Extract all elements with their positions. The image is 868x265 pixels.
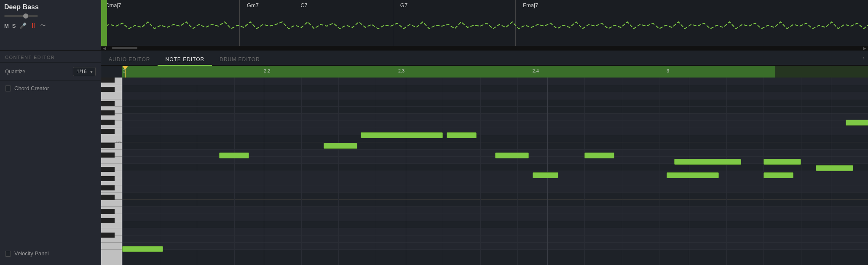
scrollbar-thumb[interactable]: [112, 47, 137, 49]
wave-icon[interactable]: 〜: [40, 22, 46, 29]
piano-c3-label: C3: [115, 140, 121, 144]
black-key-2[interactable]: [101, 87, 115, 92]
timeline-bar: 2 2.2 2.3 2.4 3: [122, 66, 868, 78]
record-icon[interactable]: 🎤: [19, 22, 27, 29]
note-12[interactable]: [764, 172, 793, 178]
quantize-label: Quantize: [5, 69, 69, 75]
track-name: Deep Bass: [4, 3, 96, 11]
note-5[interactable]: [495, 153, 529, 158]
note-7[interactable]: [674, 159, 741, 165]
waveform-svg: [101, 13, 868, 42]
black-key-4[interactable]: [101, 110, 115, 115]
timeline-marker-3: 3: [667, 68, 669, 73]
chord-label-fmaj7: Fmaj7: [523, 2, 538, 8]
black-key-15[interactable]: [101, 233, 115, 238]
scroll-left-arrow[interactable]: ◀: [101, 46, 108, 51]
black-key-14[interactable]: [101, 218, 115, 223]
black-key-10[interactable]: [101, 176, 115, 181]
timeline-marker-24: 2.4: [533, 68, 539, 73]
scroll-right-arrow[interactable]: ▶: [861, 46, 868, 51]
black-key-3[interactable]: [101, 101, 115, 106]
note-9[interactable]: [816, 165, 853, 171]
key-line-7: [101, 128, 122, 128]
track-controls: M S 🎤 ⏸ 〜: [4, 22, 96, 29]
chord-label-c7: C7: [300, 2, 308, 8]
note-3[interactable]: [324, 143, 357, 149]
velocity-panel-row: Velocity Panel: [0, 246, 54, 261]
note-2[interactable]: [447, 132, 477, 138]
chord-creator-row: Chord Creator: [0, 81, 101, 96]
note-8[interactable]: [764, 159, 801, 165]
tab-arrow-right-icon[interactable]: ›: [859, 54, 868, 61]
note-10[interactable]: [533, 172, 559, 178]
note-grid[interactable]: [122, 78, 868, 265]
active-region-indicator: [101, 0, 107, 46]
arrange-content: Cmaj7 Gm7 C7 G7 Fmaj7 ◀ ▶: [101, 0, 868, 50]
split-icon[interactable]: ⏸: [30, 22, 37, 29]
black-key-7[interactable]: [101, 143, 115, 148]
track-header: Deep Bass M S 🎤 ⏸ 〜: [0, 0, 101, 50]
editor-main: AUDIO EDITOR NOTE EDITOR DRUM EDITOR › 2: [101, 51, 868, 265]
key-line-8: [101, 135, 122, 135]
note-14[interactable]: [846, 120, 868, 126]
arrange-area: Deep Bass M S 🎤 ⏸ 〜 Cmaj7 Gm7 C7 G7 Fmaj…: [0, 0, 868, 51]
black-key-6[interactable]: [101, 129, 115, 134]
chord-label-g7: G7: [400, 2, 407, 8]
black-key-12[interactable]: [101, 195, 115, 200]
quantize-select[interactable]: 1/4 1/8 1/16 1/32: [73, 67, 96, 76]
note-1[interactable]: [361, 132, 443, 138]
key-line-1: [101, 85, 122, 85]
tab-note-editor[interactable]: NOTE EDITOR: [158, 54, 212, 66]
key-line-21: [101, 242, 122, 243]
mute-button[interactable]: M: [4, 23, 9, 29]
grid-v-lines: [122, 78, 868, 265]
chord-creator-checkbox[interactable]: [5, 86, 11, 91]
tab-drum-editor[interactable]: DRUM EDITOR: [212, 54, 267, 66]
volume-slider[interactable]: [4, 15, 38, 17]
note-6[interactable]: [584, 153, 614, 158]
note-11[interactable]: [667, 172, 719, 178]
dark-segment: [775, 66, 868, 78]
black-key-1[interactable]: [101, 78, 115, 83]
chord-creator-label: Chord Creator: [14, 85, 49, 91]
key-line-15: [101, 192, 122, 193]
left-panel: CONTENT EDITOR Quantize 1/4 1/8 1/16 1/3…: [0, 51, 101, 265]
key-line-11: [101, 163, 122, 164]
playhead: [122, 66, 128, 78]
key-line-9: [101, 149, 122, 150]
playhead-line: [125, 70, 126, 78]
piano-keys: C3: [101, 78, 122, 265]
arrange-scrollbar[interactable]: ◀ ▶: [101, 46, 868, 50]
content-editor-label: CONTENT EDITOR: [0, 51, 101, 63]
key-line-4: [101, 106, 122, 107]
key-line-2: [101, 92, 122, 92]
solo-button[interactable]: S: [12, 23, 16, 29]
velocity-panel-checkbox[interactable]: [5, 251, 11, 257]
key-line-16: [101, 206, 122, 207]
quantize-row: Quantize 1/4 1/8 1/16 1/32 ▼: [0, 63, 101, 81]
playhead-triangle-icon: [122, 66, 128, 70]
black-key-13[interactable]: [101, 209, 115, 214]
editor-tabs: AUDIO EDITOR NOTE EDITOR DRUM EDITOR ›: [101, 51, 868, 66]
key-line-19: [101, 228, 122, 228]
piano-roll: 2 2.2 2.3 2.4 3: [101, 66, 868, 265]
timeline-marker-23: 2.3: [398, 68, 405, 73]
chord-label-cmaj7: Cmaj7: [105, 2, 121, 8]
waveform-canvas: [101, 13, 868, 42]
key-line-3: [101, 99, 122, 99]
black-key-11[interactable]: [101, 185, 115, 190]
quantize-wrapper[interactable]: 1/4 1/8 1/16 1/32 ▼: [73, 67, 96, 76]
black-key-9[interactable]: [101, 167, 115, 172]
timeline-marker-22: 2.2: [264, 68, 270, 73]
editor-section: CONTENT EDITOR Quantize 1/4 1/8 1/16 1/3…: [0, 51, 868, 265]
key-line-22: [101, 249, 122, 250]
note-4[interactable]: [219, 153, 249, 158]
tab-audio-editor[interactable]: AUDIO EDITOR: [101, 54, 158, 66]
note-13[interactable]: [122, 246, 163, 252]
velocity-panel-label: Velocity Panel: [14, 250, 49, 257]
black-key-8[interactable]: [101, 153, 115, 158]
main-container: Deep Bass M S 🎤 ⏸ 〜 Cmaj7 Gm7 C7 G7 Fmaj…: [0, 0, 868, 265]
black-key-5[interactable]: [101, 120, 115, 125]
chord-label-gm7: Gm7: [247, 2, 259, 8]
